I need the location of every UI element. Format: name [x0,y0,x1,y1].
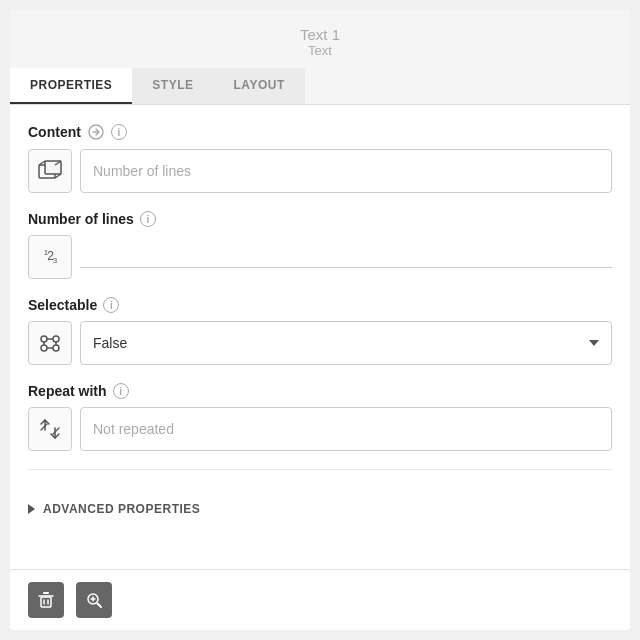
selectable-icon-box [28,321,72,365]
svg-line-14 [41,424,47,430]
advanced-expand-icon [28,504,35,514]
element-type: Text [10,43,630,58]
content-field-row [28,149,612,193]
properties-content: Content i [10,105,630,569]
content-input[interactable] [80,149,612,193]
nodes-icon [37,330,63,356]
svg-line-22 [98,604,102,608]
number-input-line: 0 [80,247,612,268]
content-arrow-icon[interactable] [87,123,105,141]
content-icon-box [28,149,72,193]
number-of-lines-info-icon[interactable]: i [140,211,156,227]
number-of-lines-label: Number of lines i [28,211,612,227]
select-arrow-icon [589,340,599,346]
cube-icon [37,158,63,184]
repeat-with-info-icon[interactable]: i [113,383,129,399]
bottom-bar [10,569,630,630]
tab-style[interactable]: STYLE [132,68,213,104]
content-section-label: Content i [28,123,612,141]
repeat-with-label: Repeat with i [28,383,612,399]
svg-point-7 [53,336,59,342]
selectable-row: False [28,321,612,365]
number-of-lines-input[interactable]: 0 [80,247,612,263]
selectable-label: Selectable i [28,297,612,313]
number-icon-box: 123 [28,235,72,279]
tab-layout[interactable]: LAYOUT [214,68,305,104]
trash-icon [36,590,56,610]
repeat-with-input[interactable]: Not repeated [80,407,612,451]
number-of-lines-row: 123 0 [28,235,612,279]
search-button[interactable] [76,582,112,618]
repeat-arrows-icon [37,416,63,442]
repeat-with-row: Not repeated [28,407,612,470]
svg-point-6 [41,336,47,342]
svg-rect-16 [41,597,51,607]
svg-line-15 [53,428,59,434]
tabs-bar: PROPERTIES STYLE LAYOUT [10,68,630,105]
advanced-properties-row[interactable]: ADVANCED PROPERTIES [28,488,612,530]
selectable-info-icon[interactable]: i [103,297,119,313]
panel: Text 1 Text PROPERTIES STYLE LAYOUT Cont… [10,10,630,630]
tab-properties[interactable]: PROPERTIES [10,68,132,104]
title-area: Text 1 Text [10,10,630,68]
delete-button[interactable] [28,582,64,618]
svg-point-9 [53,345,59,351]
repeat-icon-box [28,407,72,451]
selectable-select[interactable]: False [80,321,612,365]
content-info-icon[interactable]: i [111,124,127,140]
search-icon [84,590,104,610]
element-name: Text 1 [10,26,630,43]
svg-point-8 [41,345,47,351]
